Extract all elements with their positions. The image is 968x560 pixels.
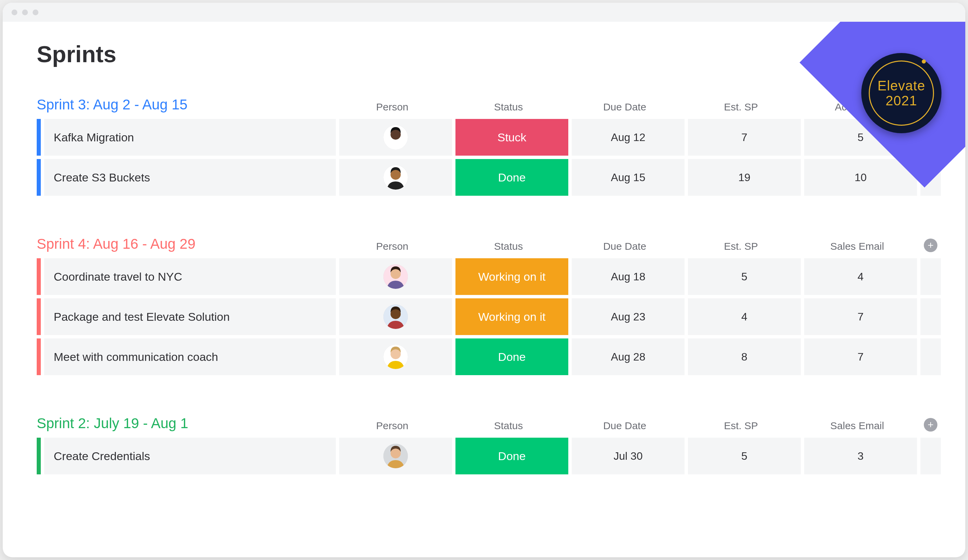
person-cell[interactable] — [339, 119, 452, 156]
task-name-cell[interactable]: Coordinate travel to NYC — [44, 258, 336, 295]
column-header[interactable]: Sales Email — [801, 240, 913, 252]
last-col-cell[interactable]: 4 — [804, 258, 917, 295]
row-accent — [37, 338, 41, 375]
person-cell[interactable] — [339, 298, 452, 335]
column-header[interactable]: Est. SP — [685, 420, 797, 432]
sprint-rows: Coordinate travel to NYC Working on itAu… — [37, 258, 931, 375]
avatar — [383, 444, 408, 468]
row-accent — [37, 298, 41, 335]
column-header[interactable]: Due Date — [568, 240, 681, 252]
sprint-header: Sprint 3: Aug 2 - Aug 15PersonStatusDue … — [37, 96, 931, 113]
sprint-group: Sprint 3: Aug 2 - Aug 15PersonStatusDue … — [37, 96, 931, 196]
column-header[interactable]: Status — [452, 240, 565, 252]
table-row[interactable]: Coordinate travel to NYC Working on itAu… — [37, 258, 931, 295]
task-name-cell[interactable]: Meet with communication coach — [44, 338, 336, 375]
row-accent — [37, 438, 41, 474]
est-sp-cell[interactable]: 4 — [688, 298, 801, 335]
sprint-group: Sprint 4: Aug 16 - Aug 29PersonStatusDue… — [37, 236, 931, 375]
column-header[interactable]: Person — [336, 240, 449, 252]
status-cell[interactable]: Working on it — [456, 258, 568, 295]
table-row[interactable]: Package and test Elevate Solution Workin… — [37, 298, 931, 335]
row-trailing-cell — [920, 258, 941, 295]
avatar — [383, 305, 408, 329]
table-row[interactable]: Create Credentials DoneJul 3053 — [37, 438, 931, 474]
sprint-title[interactable]: Sprint 2: July 19 - Aug 1 — [37, 415, 332, 432]
avatar — [383, 165, 408, 190]
column-header[interactable]: Est. SP — [685, 101, 797, 113]
table-row[interactable]: Meet with communication coach DoneAug 28… — [37, 338, 931, 375]
plus-icon: + — [928, 240, 934, 251]
plus-icon: + — [928, 419, 934, 431]
status-cell[interactable]: Done — [456, 338, 568, 375]
person-cell[interactable] — [339, 159, 452, 196]
est-sp-cell[interactable]: 5 — [688, 438, 801, 474]
traffic-light-dot — [22, 10, 28, 15]
avatar — [383, 125, 408, 149]
column-header[interactable]: Status — [452, 101, 565, 113]
mac-titlebar — [3, 3, 965, 22]
est-sp-cell[interactable]: 5 — [688, 258, 801, 295]
page-title: Sprints — [37, 41, 931, 67]
column-header[interactable]: Due Date — [568, 101, 681, 113]
row-accent — [37, 258, 41, 295]
add-column-button[interactable]: + — [924, 418, 937, 432]
app-window: Elevate 2021 Sprints Sprint 3: Aug 2 - A… — [3, 3, 965, 557]
status-cell[interactable]: Working on it — [456, 298, 568, 335]
task-name-cell[interactable]: Kafka Migration — [44, 119, 336, 156]
last-col-cell[interactable]: 3 — [804, 438, 917, 474]
status-cell[interactable]: Stuck — [456, 119, 568, 156]
sprint-rows: Create Credentials DoneJul 3053 — [37, 438, 931, 474]
table-row[interactable]: Kafka Migration StuckAug 1275 — [37, 119, 931, 156]
sprint-header: Sprint 2: July 19 - Aug 1PersonStatusDue… — [37, 415, 931, 432]
person-cell[interactable] — [339, 338, 452, 375]
table-row[interactable]: Create S3 Buckets DoneAug 151910 — [37, 159, 931, 196]
due-date-cell[interactable]: Aug 18 — [572, 258, 685, 295]
column-header[interactable]: Sales Email — [801, 420, 913, 432]
task-name-cell[interactable]: Create S3 Buckets — [44, 159, 336, 196]
est-sp-cell[interactable]: 19 — [688, 159, 801, 196]
sprint-header: Sprint 4: Aug 16 - Aug 29PersonStatusDue… — [37, 236, 931, 252]
row-trailing-cell — [920, 298, 941, 335]
row-accent — [37, 159, 41, 196]
row-trailing-cell — [920, 438, 941, 474]
row-accent — [37, 119, 41, 156]
status-cell[interactable]: Done — [456, 438, 568, 474]
column-header[interactable]: Est. SP — [685, 240, 797, 252]
column-header[interactable]: Person — [336, 420, 449, 432]
due-date-cell[interactable]: Aug 15 — [572, 159, 685, 196]
sprint-rows: Kafka Migration StuckAug 1275Create S3 B… — [37, 119, 931, 196]
sprint-title[interactable]: Sprint 4: Aug 16 - Aug 29 — [37, 236, 332, 252]
column-header[interactable]: Due Date — [568, 420, 681, 432]
traffic-light-dot — [33, 10, 38, 15]
last-col-cell[interactable]: 10 — [804, 159, 917, 196]
sprint-group: Sprint 2: July 19 - Aug 1PersonStatusDue… — [37, 415, 931, 474]
due-date-cell[interactable]: Jul 30 — [572, 438, 685, 474]
badge-ring-icon — [869, 60, 934, 126]
column-header[interactable]: Person — [336, 101, 449, 113]
traffic-light-dot — [12, 10, 17, 15]
column-header[interactable]: Status — [452, 420, 565, 432]
avatar — [383, 345, 408, 369]
status-cell[interactable]: Done — [456, 159, 568, 196]
due-date-cell[interactable]: Aug 12 — [572, 119, 685, 156]
due-date-cell[interactable]: Aug 23 — [572, 298, 685, 335]
last-col-cell[interactable]: 7 — [804, 338, 917, 375]
due-date-cell[interactable]: Aug 28 — [572, 338, 685, 375]
est-sp-cell[interactable]: 7 — [688, 119, 801, 156]
page-content: Elevate 2021 Sprints Sprint 3: Aug 2 - A… — [3, 22, 965, 557]
task-name-cell[interactable]: Create Credentials — [44, 438, 336, 474]
person-cell[interactable] — [339, 438, 452, 474]
est-sp-cell[interactable]: 8 — [688, 338, 801, 375]
person-cell[interactable] — [339, 258, 452, 295]
row-trailing-cell — [920, 338, 941, 375]
last-col-cell[interactable]: 7 — [804, 298, 917, 335]
avatar — [383, 264, 408, 289]
add-column-button[interactable]: + — [924, 239, 937, 252]
elevate-badge: Elevate 2021 — [861, 53, 941, 133]
sprint-title[interactable]: Sprint 3: Aug 2 - Aug 15 — [37, 96, 332, 113]
task-name-cell[interactable]: Package and test Elevate Solution — [44, 298, 336, 335]
